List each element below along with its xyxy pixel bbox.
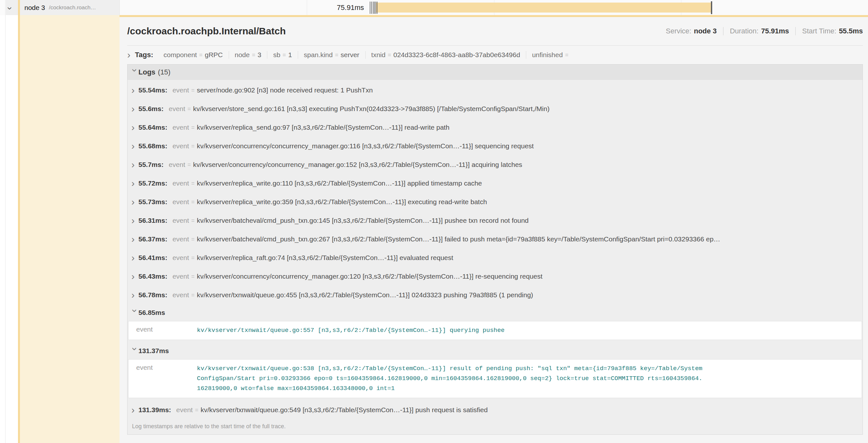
chevron-right-icon[interactable]: › bbox=[131, 162, 138, 168]
tag-item: span.kind=server bbox=[298, 51, 366, 59]
log-entry-row[interactable]: ›56.43ms:event=kv/kvserver/concurrency/c… bbox=[127, 267, 863, 286]
logs-count: (15) bbox=[158, 68, 170, 76]
logs-section-toggle[interactable]: › Logs (15) bbox=[127, 65, 863, 80]
tag-item: node=3 bbox=[229, 51, 268, 59]
tag-equals: = bbox=[335, 52, 339, 59]
log-field-equals: = bbox=[191, 199, 195, 205]
log-field-equals: = bbox=[191, 143, 195, 149]
tag-equals: = bbox=[565, 52, 568, 59]
tag-equals: = bbox=[388, 52, 391, 59]
log-message: kv/kvserver/concurrency/concurrency_mana… bbox=[193, 161, 522, 169]
detail-gutter bbox=[0, 15, 5, 443]
tag-key: unfinished bbox=[532, 51, 563, 59]
log-timestamp: 55.54ms: bbox=[138, 87, 167, 94]
log-timestamp: 131.37ms bbox=[138, 347, 169, 355]
tag-value: 3 bbox=[258, 51, 261, 59]
span-timeline[interactable]: 75.91ms bbox=[120, 0, 868, 15]
span-duration-bar[interactable] bbox=[375, 3, 712, 12]
chevron-right-icon[interactable]: › bbox=[131, 217, 138, 224]
tags-label: Tags: bbox=[135, 51, 153, 59]
log-entry-row[interactable]: ›55.73ms:event=kv/kvserver/replica_write… bbox=[127, 193, 863, 211]
log-field-key: event bbox=[173, 142, 189, 150]
chevron-right-icon[interactable]: › bbox=[131, 87, 138, 94]
tags-list: component=gRPCnode=3sb=1span.kind=server… bbox=[158, 51, 576, 59]
span-detail-meta: Service: node 3 Duration: 75.91ms Start … bbox=[665, 27, 863, 35]
log-entry-row[interactable]: ›56.31ms:event=kv/kvserver/batcheval/cmd… bbox=[127, 211, 863, 230]
log-field-equals: = bbox=[188, 162, 191, 168]
chevron-down-icon[interactable]: › bbox=[132, 347, 138, 354]
log-message: kv/kvserver/batcheval/cmd_push_txn.go:14… bbox=[197, 217, 529, 225]
tag-equals: = bbox=[199, 52, 203, 59]
chevron-right-icon[interactable]: › bbox=[131, 106, 138, 112]
logs-title: Logs bbox=[138, 68, 155, 76]
span-service-name[interactable]: node 3 bbox=[24, 4, 45, 11]
chevron-right-icon[interactable]: › bbox=[131, 180, 138, 186]
log-entry-row[interactable]: ›56.41ms:event=kv/kvserver/replica_raft.… bbox=[127, 248, 863, 267]
log-message: kv/kvserver/txnwait/queue.go:549 [n3,s3,… bbox=[200, 406, 488, 414]
tag-value: server bbox=[341, 51, 359, 59]
chevron-right-icon[interactable]: › bbox=[127, 52, 134, 58]
log-entry-row[interactable]: ›55.72ms:event=kv/kvserver/replica_write… bbox=[127, 174, 863, 193]
chevron-down-icon[interactable]: › bbox=[132, 309, 138, 316]
log-timestamp: 56.31ms: bbox=[138, 217, 167, 225]
tag-key: span.kind bbox=[304, 51, 333, 59]
chevron-right-icon[interactable]: › bbox=[131, 254, 138, 261]
chevron-right-icon[interactable]: › bbox=[131, 407, 138, 413]
log-detail-box: eventkv/kvserver/txnwait/queue.go:538 [n… bbox=[128, 359, 862, 398]
log-field-key: event bbox=[173, 124, 189, 131]
span-detail-panel: /cockroach.roachpb.Internal/Batch Servic… bbox=[120, 15, 868, 443]
chevron-right-icon[interactable]: › bbox=[131, 199, 138, 205]
chevron-right-icon[interactable]: › bbox=[131, 236, 138, 242]
log-message: kv/kvserver/batcheval/cmd_push_txn.go:26… bbox=[197, 235, 720, 243]
log-timestamp: 55.7ms: bbox=[138, 161, 163, 169]
tag-value: gRPC bbox=[205, 51, 223, 59]
log-timestamp: 55.6ms: bbox=[138, 105, 163, 113]
log-entry-row[interactable]: ›56.78ms:event=kv/kvserver/txnwait/queue… bbox=[127, 286, 863, 304]
logs-section: › Logs (15) ›55.54ms:event=server/node.g… bbox=[127, 64, 863, 435]
start-time-label: Start Time: bbox=[802, 27, 836, 35]
log-entry-header[interactable]: ›56.85ms bbox=[127, 304, 863, 321]
chevron-right-icon[interactable]: › bbox=[131, 273, 138, 280]
tag-value: 024d3323-6c8f-4863-aa8b-37ab0e63496d bbox=[393, 51, 520, 59]
log-field-key: event bbox=[173, 198, 189, 206]
selected-span-highlight bbox=[20, 15, 120, 443]
log-field-key: event bbox=[173, 235, 189, 243]
chevron-right-icon[interactable]: › bbox=[131, 143, 138, 149]
logs-footer-note: Log timestamps are relative to the start… bbox=[127, 419, 863, 434]
log-field-equals: = bbox=[191, 217, 195, 224]
log-field-equals: = bbox=[191, 236, 195, 243]
log-field-value: kv/kvserver/txnwait/queue.go:538 [n3,s3,… bbox=[197, 364, 703, 394]
tag-item: sb=1 bbox=[267, 51, 298, 59]
chevron-down-icon[interactable]: › bbox=[132, 69, 138, 76]
log-message: kv/kvserver/replica_send.go:97 [n3,s3,r6… bbox=[197, 124, 450, 131]
chevron-right-icon[interactable]: › bbox=[131, 292, 138, 298]
tags-section-toggle[interactable]: › Tags: component=gRPCnode=3sb=1span.kin… bbox=[127, 45, 863, 64]
tag-key: txnid bbox=[371, 51, 385, 59]
log-field-key: event bbox=[128, 326, 197, 336]
log-timestamp: 56.78ms: bbox=[138, 291, 167, 299]
chevron-down-icon[interactable]: › bbox=[5, 7, 15, 10]
log-timestamp: 55.72ms: bbox=[138, 179, 167, 187]
log-message: server/node.go:902 [n3] node received re… bbox=[197, 87, 373, 94]
log-entry-row[interactable]: ›131.39ms:event=kv/kvserver/txnwait/queu… bbox=[127, 401, 863, 419]
tag-value: 1 bbox=[288, 51, 292, 59]
log-field-equals: = bbox=[191, 87, 195, 94]
log-timestamp: 55.73ms: bbox=[138, 198, 167, 206]
log-entry-header[interactable]: ›131.37ms bbox=[127, 343, 863, 359]
log-field-key: event bbox=[169, 105, 185, 113]
log-field-key: event bbox=[173, 254, 189, 262]
log-entry-row[interactable]: ›56.37ms:event=kv/kvserver/batcheval/cmd… bbox=[127, 230, 863, 248]
chevron-right-icon[interactable]: › bbox=[131, 124, 138, 131]
span-duration-label: 75.91ms bbox=[300, 0, 364, 15]
log-entry-row[interactable]: ›55.6ms:event=kv/kvserver/store_send.go:… bbox=[127, 100, 863, 118]
log-entry-row[interactable]: ›55.64ms:event=kv/kvserver/replica_send.… bbox=[127, 118, 863, 137]
log-field-key: event bbox=[176, 406, 193, 414]
log-message: kv/kvserver/txnwait/queue.go:455 [n3,s3,… bbox=[197, 291, 533, 299]
log-entry-row[interactable]: ›55.54ms:event=server/node.go:902 [n3] n… bbox=[127, 81, 863, 100]
log-entry-row[interactable]: ›55.68ms:event=kv/kvserver/concurrency/c… bbox=[127, 137, 863, 156]
log-entry-row[interactable]: ›55.7ms:event=kv/kvserver/concurrency/co… bbox=[127, 156, 863, 174]
service-value: node 3 bbox=[694, 27, 717, 35]
trace-span-row[interactable]: › node 3 /cockroach.roach… 75.91ms bbox=[0, 0, 868, 15]
span-operation-name[interactable]: /cockroach.roach… bbox=[49, 4, 96, 11]
log-field-key: event bbox=[173, 179, 189, 187]
